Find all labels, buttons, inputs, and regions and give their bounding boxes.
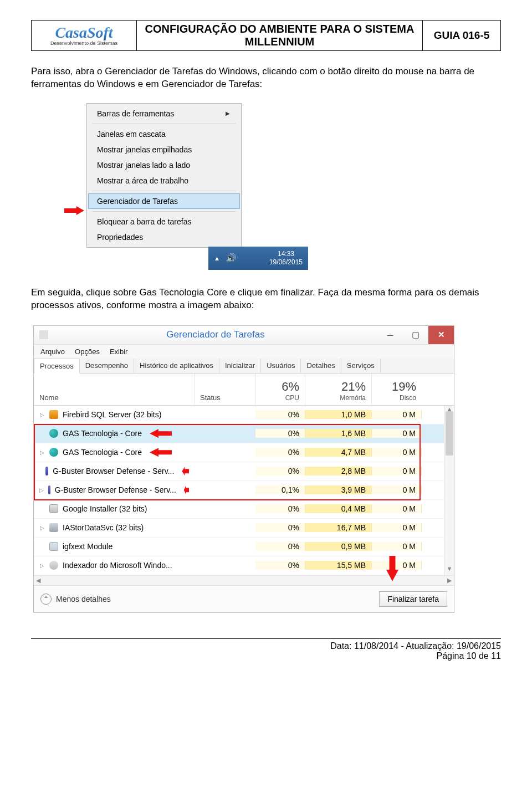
- scroll-left-icon[interactable]: ◀: [36, 577, 40, 584]
- process-icon: [49, 429, 58, 438]
- col-disk[interactable]: Disco: [377, 394, 416, 402]
- process-row[interactable]: Google Installer (32 bits)0%0,4 MB0 M: [34, 500, 454, 519]
- tab[interactable]: Histórico de aplicativos: [134, 359, 219, 373]
- process-memory: 3,9 MB: [305, 485, 372, 494]
- tab[interactable]: Processos: [34, 359, 80, 374]
- process-row[interactable]: ▷Firebird SQL Server (32 bits)0%1,0 MB0 …: [34, 406, 454, 424]
- close-button[interactable]: ✕: [428, 326, 454, 344]
- submenu-icon: ▶: [226, 110, 230, 116]
- minimize-button[interactable]: ─: [377, 326, 403, 344]
- tab[interactable]: Usuários: [261, 359, 301, 373]
- process-icon: [49, 542, 58, 551]
- process-memory: 1,0 MB: [305, 410, 372, 419]
- process-row[interactable]: GAS Tecnologia - Core0%1,6 MB0 M: [34, 424, 454, 443]
- tab[interactable]: Serviços: [341, 359, 381, 373]
- expand-icon[interactable]: ▷: [39, 412, 45, 418]
- doc-code: GUIA 016-5: [423, 21, 500, 50]
- context-menu-item[interactable]: Propriedades: [88, 229, 240, 245]
- vertical-scrollbar[interactable]: ▲ ▼: [444, 406, 454, 575]
- col-status[interactable]: Status: [200, 393, 249, 402]
- process-row[interactable]: igfxext Module0%0,9 MB0 M: [34, 538, 454, 556]
- tab[interactable]: Inicializar: [219, 359, 261, 373]
- process-row[interactable]: ▷GAS Tecnologia - Core0%4,7 MB0 M: [34, 443, 454, 462]
- menu-item[interactable]: Arquivo: [40, 347, 65, 356]
- tray-time: 14:33: [269, 250, 303, 258]
- process-icon: [49, 561, 58, 570]
- scroll-thumb[interactable]: [446, 411, 453, 456]
- process-disk: 0 M: [372, 410, 422, 419]
- arrow-left-icon: [150, 448, 172, 457]
- process-row[interactable]: G-Buster Browser Defense - Serv...0%2,8 …: [34, 462, 454, 481]
- process-row[interactable]: ▷IAStorDataSvc (32 bits)0%16,7 MB0 M: [34, 519, 454, 538]
- context-menu-item[interactable]: Gerenciador de Tarefas: [88, 193, 240, 209]
- process-disk: 0 M: [372, 448, 422, 457]
- menu-item[interactable]: Opções: [75, 347, 100, 356]
- system-tray: ▲ 🔊 14:33 19/06/2015: [208, 247, 308, 270]
- arrow-left-icon: [184, 485, 189, 494]
- process-memory: 0,4 MB: [305, 504, 372, 513]
- paragraph-2: Em seguida, clique sobre Gas Tecnologia …: [31, 287, 501, 312]
- col-name[interactable]: Nome: [39, 393, 188, 402]
- end-task-button[interactable]: Finalizar tarefa: [379, 591, 447, 607]
- process-memory: 2,8 MB: [305, 467, 372, 475]
- arrow-left-icon: [182, 467, 189, 475]
- process-icon: [48, 485, 50, 494]
- tray-date: 19/06/2015: [269, 258, 303, 266]
- context-menu-label: Bloquear a barra de tarefas: [97, 217, 191, 226]
- expand-icon[interactable]: ▷: [39, 487, 44, 493]
- doc-footer: Data: 11/08/2014 - Atualização: 19/06/20…: [31, 638, 501, 661]
- expand-icon[interactable]: ▷: [39, 449, 45, 456]
- process-disk: 0 M: [372, 523, 422, 532]
- cpu-percent: 6%: [261, 380, 299, 394]
- context-menu-item[interactable]: Mostrar a área de trabalho: [88, 173, 240, 188]
- context-menu-label: Propriedades: [97, 233, 143, 242]
- context-menu: Barras de ferramentas▶Janelas em cascata…: [86, 103, 242, 248]
- scroll-down-icon[interactable]: ▼: [444, 565, 454, 575]
- context-menu-item[interactable]: Bloquear a barra de tarefas: [88, 214, 240, 229]
- expand-icon[interactable]: ▷: [39, 562, 45, 569]
- col-memory[interactable]: Memória: [311, 394, 366, 402]
- col-cpu[interactable]: CPU: [261, 394, 299, 402]
- process-name: GAS Tecnologia - Core: [63, 448, 142, 457]
- process-name: Google Installer (32 bits): [63, 504, 147, 513]
- window-titlebar: Gerenciador de Tarefas ─ ▢ ✕: [34, 326, 454, 345]
- process-name: Firebird SQL Server (32 bits): [63, 410, 161, 419]
- window-footer: ⌃ Menos detalhes Finalizar tarefa: [34, 585, 454, 612]
- task-manager-figure: Gerenciador de Tarefas ─ ▢ ✕ ArquivoOpçõ…: [33, 325, 454, 613]
- window-title: Gerenciador de Tarefas: [54, 329, 377, 340]
- context-menu-item[interactable]: Mostrar janelas empilhadas: [88, 142, 240, 157]
- scroll-right-icon[interactable]: ▶: [447, 577, 452, 584]
- app-icon: [39, 330, 48, 339]
- menu-item[interactable]: Exibir: [110, 347, 128, 356]
- context-menu-item[interactable]: Mostrar janelas lado a lado: [88, 157, 240, 173]
- process-name: Indexador do Microsoft Windo...: [63, 561, 172, 570]
- process-row[interactable]: ▷G-Buster Browser Defense - Serv...0,1%3…: [34, 481, 454, 500]
- column-headers: Nome Status 6% CPU 21% Memória 19% Disco: [34, 374, 454, 406]
- process-name: IAStorDataSvc (32 bits): [63, 523, 144, 532]
- process-cpu: 0%: [255, 561, 305, 570]
- process-name: GAS Tecnologia - Core: [63, 429, 142, 438]
- doc-header: CasaSoft Desenvolvimento de Sistemas CON…: [31, 20, 501, 51]
- process-list: ▲ ▼ ▷Firebird SQL Server (32 bits)0%1,0 …: [34, 406, 454, 575]
- speaker-icon: 🔊: [226, 253, 237, 263]
- process-icon: [49, 523, 58, 532]
- context-menu-item[interactable]: Janelas em cascata: [88, 126, 240, 142]
- expand-icon[interactable]: ▷: [39, 525, 45, 531]
- process-disk: 0 M: [372, 467, 422, 475]
- process-cpu: 0%: [255, 504, 305, 513]
- context-menu-label: Mostrar janelas empilhadas: [97, 145, 192, 154]
- process-name: G-Buster Browser Defense - Serv...: [53, 467, 174, 475]
- maximize-button[interactable]: ▢: [403, 326, 428, 344]
- process-memory: 4,7 MB: [305, 448, 372, 457]
- logo-subtitle: Desenvolvimento de Sistemas: [50, 40, 117, 46]
- process-cpu: 0%: [255, 448, 305, 457]
- doc-title: CONFIGURAÇÃO DO AMBIENTE PARA O SISTEMA …: [137, 21, 423, 50]
- context-menu-item[interactable]: Barras de ferramentas▶: [88, 106, 240, 121]
- tab[interactable]: Desempenho: [80, 359, 134, 373]
- menubar: ArquivoOpçõesExibir: [34, 345, 454, 359]
- tab-strip: ProcessosDesempenhoHistórico de aplicati…: [34, 359, 454, 374]
- process-name: igfxext Module: [63, 542, 112, 551]
- tab[interactable]: Detalhes: [301, 359, 341, 373]
- process-memory: 16,7 MB: [305, 523, 372, 532]
- fewer-details-link[interactable]: ⌃ Menos detalhes: [40, 594, 111, 605]
